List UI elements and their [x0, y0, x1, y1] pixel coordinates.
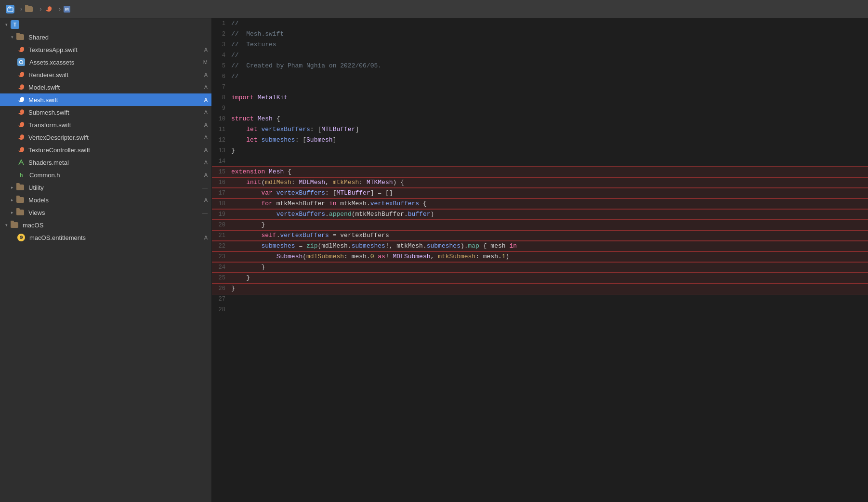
line-code: [231, 294, 868, 304]
sidebar-item-shaders[interactable]: Shaders.metal A: [0, 156, 211, 169]
line-code: [231, 304, 868, 315]
sidebar-item-texturesapp[interactable]: TexturesApp.swift A: [0, 43, 211, 56]
swift-file-icon: [17, 146, 25, 154]
code-line: 4//: [212, 50, 868, 61]
code-line: 28: [212, 304, 868, 315]
sidebar-item-mesh[interactable]: Mesh.swift A: [0, 93, 211, 106]
line-code: extension Mesh {: [231, 167, 868, 177]
sidebar-item-label: Utility: [28, 184, 200, 191]
folder-icon: [16, 210, 24, 215]
code-line: 23 Submesh(mdlSubmesh: mesh.0 as! MDLSub…: [212, 251, 868, 262]
sidebar-item-label: macOS: [23, 222, 200, 229]
sidebar-item-macos[interactable]: ▾ macOS: [0, 219, 211, 231]
line-code: let submeshes: [Submesh]: [231, 135, 868, 145]
sidebar-item-entitlements[interactable]: ⚙ macOS.entitlements A: [0, 231, 211, 244]
code-line: 8import MetalKit: [212, 92, 868, 103]
breadcrumb-sep-1: ›: [20, 5, 22, 13]
chevron-down-icon: ▾: [4, 223, 9, 227]
sidebar-item-texturecontroller[interactable]: TextureController.swift A: [0, 144, 211, 156]
sidebar-item-views[interactable]: ▸ Views —: [0, 206, 211, 219]
chevron-right-icon: ▸: [10, 198, 14, 202]
breadcrumb-shared[interactable]: [25, 6, 37, 12]
code-editor[interactable]: 1//2// Mesh.swift3// Textures4//5// Crea…: [212, 18, 868, 502]
sidebar-item-utility[interactable]: ▸ Utility —: [0, 181, 211, 194]
line-code: // Mesh.swift: [231, 29, 868, 40]
sidebar-item-badge: —: [202, 210, 208, 215]
code-line: 19 vertexBuffers.append(mtkMeshBuffer.bu…: [212, 209, 868, 220]
line-code: //: [231, 71, 868, 82]
sidebar-item-label: Assets.xcassets: [29, 59, 200, 66]
line-code: }: [231, 145, 868, 156]
line-code: //: [231, 18, 868, 29]
sidebar-item-badge: A: [202, 172, 208, 178]
sidebar-item-badge: A: [202, 47, 208, 53]
sidebar-item-badge: A: [202, 147, 208, 153]
swift-file-icon: [17, 133, 25, 141]
sidebar-item-transform[interactable]: Transform.swift A: [0, 119, 211, 131]
sidebar-item-label: TexturesApp.swift: [28, 46, 200, 53]
sidebar-item-model[interactable]: Model.swift A: [0, 81, 211, 93]
swift-file-icon: [17, 71, 25, 79]
line-code: }: [231, 262, 868, 273]
breadcrumb-sep-3: ›: [59, 5, 61, 13]
sidebar-item-badge: A: [202, 84, 208, 90]
line-code: submeshes = zip(mdlMesh.submeshes!, mtkM…: [231, 241, 868, 251]
sidebar-item-shared[interactable]: ▾ Shared: [0, 31, 211, 43]
sidebar-item-models[interactable]: ▸ Models A: [0, 194, 211, 206]
sidebar-item-label: Submesh.swift: [28, 109, 200, 116]
sidebar-item-badge: A: [202, 235, 208, 240]
main-layout: ▾ T ▾ Shared TexturesApp.swift A: [0, 18, 868, 502]
code-line: 10struct Mesh {: [212, 114, 868, 124]
line-code: //: [231, 50, 868, 61]
code-line: 22 submeshes = zip(mdlMesh.submeshes!, m…: [212, 241, 868, 251]
code-line: 2// Mesh.swift: [212, 29, 868, 40]
breadcrumb-sep-2: ›: [39, 5, 41, 13]
h-file-icon: h: [17, 171, 25, 179]
sidebar-item-badge: A: [202, 72, 208, 78]
line-code: [231, 103, 868, 114]
sidebar-item-badge: —: [202, 185, 208, 190]
sidebar-item-badge: A: [202, 159, 208, 165]
sidebar-item-label: Shared: [28, 34, 200, 41]
metal-file-icon: [17, 159, 25, 166]
entitlements-icon: ⚙: [17, 234, 25, 241]
line-code: [231, 156, 868, 167]
line-code: self.vertexBuffers = vertexBuffers: [231, 230, 868, 241]
sidebar-item-badge: A: [202, 134, 208, 140]
title-bar: › › › M: [0, 0, 868, 18]
swift-file-icon: [17, 121, 25, 129]
sidebar-item-label: macOS.entitlements: [29, 234, 200, 241]
sidebar[interactable]: ▾ T ▾ Shared TexturesApp.swift A: [0, 18, 212, 502]
sidebar-item-badge: M: [202, 59, 208, 65]
line-code: import MetalKit: [231, 92, 868, 103]
line-code: }: [231, 273, 868, 283]
code-line: 3// Textures: [212, 40, 868, 50]
sidebar-item-label: Models: [28, 197, 200, 204]
sidebar-item-assets[interactable]: Assets.xcassets M: [0, 56, 211, 68]
code-line: 13}: [212, 145, 868, 156]
sidebar-item-vertexdescriptor[interactable]: VertexDescriptor.swift A: [0, 131, 211, 144]
sidebar-item-renderer[interactable]: Renderer.swift A: [0, 68, 211, 81]
folder-icon: [16, 34, 24, 40]
folder-icon: [16, 185, 24, 190]
folder-icon: [16, 197, 24, 203]
line-code: }: [231, 220, 868, 230]
sidebar-item-badge: A: [202, 109, 208, 115]
swift-file-icon: [17, 96, 25, 104]
project-icon: [6, 5, 14, 13]
swift-file-icon: [17, 46, 25, 53]
sidebar-item-badge: A: [202, 197, 208, 203]
breadcrumb-mesh-swift[interactable]: [45, 5, 56, 13]
sidebar-project-root[interactable]: ▾ T: [0, 18, 211, 31]
code-line: 15extension Mesh {: [212, 167, 868, 177]
code-line: 9: [212, 103, 868, 114]
code-line: 21 self.vertexBuffers = vertexBuffers: [212, 230, 868, 241]
breadcrumb-method[interactable]: M: [64, 6, 74, 13]
sidebar-item-label: VertexDescriptor.swift: [28, 134, 200, 141]
line-code: init(mdlMesh: MDLMesh, mtkMesh: MTKMesh)…: [231, 177, 868, 188]
sidebar-item-common[interactable]: h Common.h A: [0, 169, 211, 181]
sidebar-item-badge: A: [202, 97, 208, 103]
code-line: 26}: [212, 283, 868, 294]
sidebar-item-submesh[interactable]: Submesh.swift A: [0, 106, 211, 119]
sidebar-item-label: Views: [28, 209, 200, 216]
